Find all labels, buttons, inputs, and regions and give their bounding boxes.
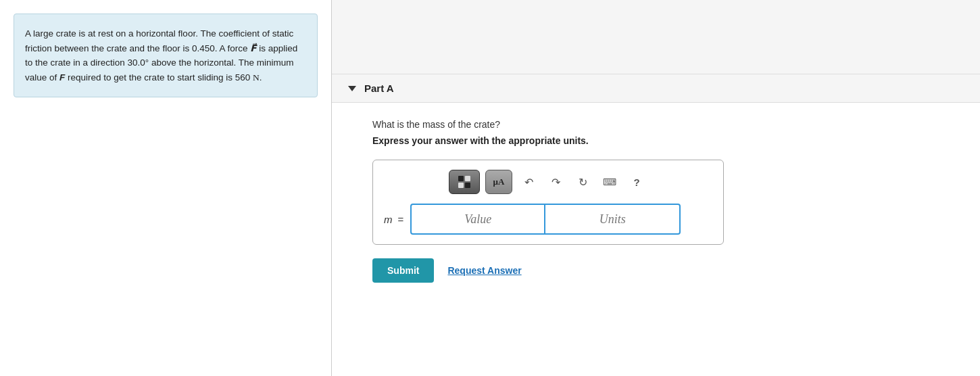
refresh-button[interactable]: ↻ bbox=[572, 171, 593, 193]
submit-button[interactable]: Submit bbox=[372, 258, 434, 283]
mu-button[interactable]: μA bbox=[485, 170, 512, 194]
redo-button[interactable]: ↷ bbox=[545, 171, 566, 193]
question-text: What is the mass of the crate? bbox=[372, 119, 939, 130]
content-area: What is the mass of the crate? Express y… bbox=[332, 103, 980, 376]
answer-box: μA ↶ ↷ ↻ ⌨ ? m = bbox=[372, 160, 724, 245]
matrix-cell-4 bbox=[465, 183, 470, 188]
matrix-icon bbox=[458, 176, 470, 188]
toolbar: μA ↶ ↷ ↻ ⌨ ? bbox=[384, 170, 712, 194]
part-title: Part A bbox=[364, 83, 394, 94]
keyboard-button[interactable]: ⌨ bbox=[599, 171, 620, 193]
bottom-buttons: Submit Request Answer bbox=[372, 258, 939, 283]
units-input[interactable] bbox=[545, 204, 681, 235]
help-button[interactable]: ? bbox=[626, 171, 647, 193]
value-input[interactable] bbox=[410, 204, 545, 235]
matrix-cell-2 bbox=[465, 176, 470, 181]
variable-label: m bbox=[384, 214, 393, 225]
matrix-template-button[interactable] bbox=[449, 170, 480, 194]
problem-text-box: A large crate is at rest on a horizontal… bbox=[14, 14, 318, 97]
instruction-text: Express your answer with the appropriate… bbox=[372, 135, 939, 146]
request-answer-link[interactable]: Request Answer bbox=[447, 265, 521, 276]
part-a-header: Part A bbox=[332, 74, 980, 103]
input-row: m = bbox=[384, 204, 712, 235]
undo-button[interactable]: ↶ bbox=[518, 171, 539, 193]
left-panel: A large crate is at rest on a horizontal… bbox=[0, 0, 331, 376]
equals-sign: = bbox=[398, 214, 404, 225]
mu-label: μA bbox=[493, 177, 505, 187]
chevron-down-icon[interactable] bbox=[348, 86, 356, 91]
right-panel: Part A What is the mass of the crate? Ex… bbox=[332, 0, 980, 376]
matrix-cell-1 bbox=[458, 176, 464, 181]
problem-text: A large crate is at rest on a horizontal… bbox=[25, 28, 297, 83]
top-area bbox=[332, 0, 980, 74]
matrix-cell-3 bbox=[458, 183, 464, 188]
